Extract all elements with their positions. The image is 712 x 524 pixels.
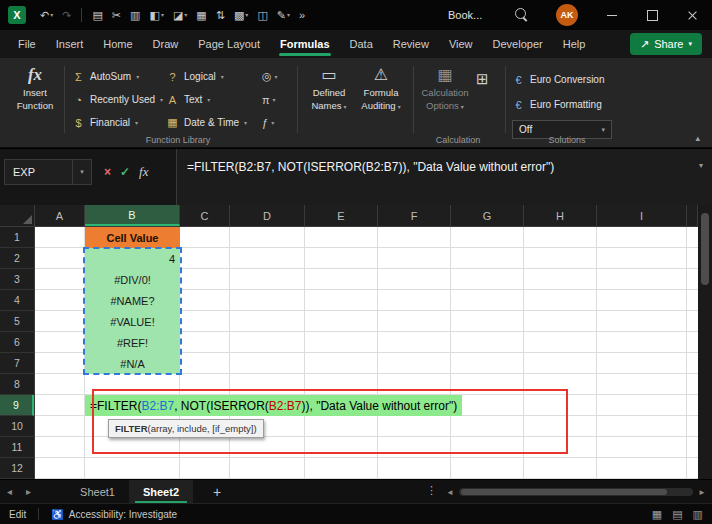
row-header-3[interactable]: 3 — [0, 269, 34, 290]
cut-icon[interactable]: ✂ — [108, 8, 125, 23]
column-header-G[interactable]: G — [451, 205, 524, 226]
horizontal-scrollbar-track[interactable] — [459, 488, 693, 496]
ribbon-tab-page-layout[interactable]: Page Layout — [188, 32, 270, 56]
row-header-4[interactable]: 4 — [0, 290, 34, 311]
sort-icon[interactable]: ⇅ — [212, 8, 229, 23]
undo-icon[interactable]: ↶▾ — [36, 8, 57, 23]
column-header-F[interactable]: F — [378, 205, 451, 226]
name-box[interactable]: EXP ▾ — [4, 159, 92, 185]
draw-icon[interactable]: ✎▾ — [273, 8, 294, 23]
collapse-ribbon-icon[interactable]: ▴ — [695, 133, 700, 143]
page-layout-view-icon[interactable]: ▤ — [672, 508, 682, 521]
column-header-I[interactable]: I — [597, 205, 687, 226]
chevron-down-icon[interactable]: ▾ — [72, 160, 91, 184]
cell-B2[interactable]: 4 — [85, 248, 180, 269]
euro-formatting-button[interactable]: € Euro Formatting — [512, 95, 602, 114]
stamp-icon[interactable]: ◫ — [253, 8, 271, 23]
row-header-6[interactable]: 6 — [0, 332, 34, 353]
financial-button[interactable]: $Financial▾ — [72, 113, 163, 132]
cell-B1[interactable]: Cell Value — [85, 227, 180, 248]
ribbon-tab-review[interactable]: Review — [383, 32, 439, 56]
new-sheet-button[interactable]: + — [213, 484, 221, 500]
date-time-button[interactable]: ▦Date & Time▾ — [166, 113, 247, 132]
fill-color-icon[interactable]: ◧▾ — [145, 8, 167, 23]
ribbon-tab-insert[interactable]: Insert — [46, 32, 94, 56]
row-header-11[interactable]: 11 — [0, 437, 34, 458]
text-button[interactable]: AText▾ — [166, 90, 247, 109]
scroll-right-icon[interactable]: ► — [698, 488, 706, 497]
more-commands-icon[interactable]: » — [295, 8, 309, 23]
row-header-1[interactable]: 1 — [0, 227, 34, 248]
excel-logo-icon[interactable]: X — [8, 6, 26, 24]
enter-icon[interactable]: ✓ — [120, 165, 130, 179]
accessibility-checker[interactable]: ♿ Accessibility: Investigate — [51, 509, 177, 520]
euro-conversion-button[interactable]: € Euro Conversion — [512, 70, 604, 89]
recently-used-button[interactable]: ◔Recently Used▾ — [72, 90, 163, 109]
defined-names-button[interactable]: ▭ Defined Names▾ — [302, 64, 356, 112]
cell-B5[interactable]: #VALUE! — [85, 311, 180, 332]
math-trig-button[interactable]: π▾ — [262, 90, 278, 109]
column-header-C[interactable]: C — [180, 205, 230, 226]
ribbon-tab-data[interactable]: Data — [340, 32, 383, 56]
column-header-D[interactable]: D — [230, 205, 305, 226]
sheet-options-icon[interactable]: ⋮ — [426, 484, 437, 497]
scroll-left-icon[interactable]: ◄ — [446, 488, 454, 497]
calculation-options-button[interactable]: ▦ Calculation Options▾ — [418, 64, 472, 112]
row-header-9[interactable]: 9 — [0, 395, 34, 416]
sheet-nav-right-icon[interactable]: ▸ — [19, 486, 38, 497]
close-button[interactable] — [672, 0, 712, 30]
minimize-button[interactable] — [592, 0, 632, 30]
search-icon[interactable] — [515, 8, 529, 22]
share-button[interactable]: ↗ Share ▾ — [630, 33, 702, 55]
row-header-10[interactable]: 10 — [0, 416, 34, 437]
normal-view-icon[interactable]: ▦ — [652, 508, 662, 521]
vertical-scrollbar-thumb[interactable] — [701, 213, 709, 285]
expand-formula-bar-icon[interactable]: ▾ — [699, 161, 703, 170]
more-functions-button[interactable]: ƒ▾ — [262, 113, 278, 132]
vertical-scrollbar[interactable] — [698, 205, 712, 479]
borders-icon[interactable]: ▩▾ — [230, 8, 252, 23]
autosum-button[interactable]: ΣAutoSum▾ — [72, 67, 163, 86]
cancel-icon[interactable]: × — [104, 165, 111, 179]
ribbon-tab-file[interactable]: File — [8, 32, 46, 56]
horizontal-scrollbar-thumb[interactable] — [461, 489, 667, 495]
column-header-B[interactable]: B — [85, 205, 180, 226]
column-header-E[interactable]: E — [305, 205, 378, 226]
insert-function-icon[interactable]: fx — [139, 164, 148, 180]
sheet-tab-sheet1[interactable]: Sheet1 — [66, 480, 129, 503]
column-header-H[interactable]: H — [524, 205, 597, 226]
calculate-now-icon[interactable]: ⊞ — [476, 70, 489, 88]
ribbon-tab-formulas[interactable]: Formulas — [270, 32, 340, 56]
sheet-tab-sheet2[interactable]: Sheet2 — [129, 480, 193, 503]
column-header-A[interactable]: A — [35, 205, 85, 226]
row-header-12[interactable]: 12 — [0, 458, 34, 479]
page-break-preview-icon[interactable]: ▥ — [693, 508, 703, 521]
row-header-8[interactable]: 8 — [0, 374, 34, 395]
avatar[interactable]: AK — [556, 4, 578, 26]
ribbon-tab-view[interactable]: View — [439, 32, 483, 56]
logical-button[interactable]: ?Logical▾ — [166, 67, 247, 86]
row-header-2[interactable]: 2 — [0, 248, 34, 269]
cell-B7[interactable]: #N/A — [85, 353, 180, 374]
table-icon[interactable]: ▦ — [192, 8, 210, 23]
cell-B9-formula[interactable]: =FILTER(B2:B7, NOT(ISERROR(B2:B7)), "Dat… — [85, 395, 462, 416]
sheet-nav-left-icon[interactable]: ◂ — [0, 486, 19, 497]
formula-auditing-button[interactable]: ⚠ Formula Auditing▾ — [354, 64, 408, 112]
lookup-reference-button[interactable]: ◎▾ — [262, 67, 278, 86]
row-header-5[interactable]: 5 — [0, 311, 34, 332]
ribbon-tab-developer[interactable]: Developer — [483, 32, 553, 56]
insert-function-button[interactable]: fx Insert Function — [8, 64, 62, 112]
clipboard-icon[interactable]: ▤ — [88, 8, 106, 23]
ribbon-tab-home[interactable]: Home — [93, 32, 142, 56]
formula-input[interactable]: =FILTER(B2:B7, NOT(ISERROR(B2:B7)), "Dat… — [176, 149, 712, 205]
cell-B4[interactable]: #NAME? — [85, 290, 180, 311]
sheet-grid[interactable]: =FILTER(B2:B7, NOT(ISERROR(B2:B7)), "Dat… — [35, 227, 698, 479]
chart-icon[interactable]: ▥ — [126, 8, 144, 23]
maximize-button[interactable] — [632, 0, 672, 30]
ribbon-tab-help[interactable]: Help — [553, 32, 596, 56]
eraser-icon[interactable]: ◪▾ — [169, 8, 191, 23]
horizontal-scrollbar[interactable]: ◄ ► — [446, 485, 706, 499]
cell-B6[interactable]: #REF! — [85, 332, 180, 353]
select-all-button[interactable] — [0, 205, 35, 227]
redo-icon[interactable]: ↷ — [58, 8, 75, 23]
